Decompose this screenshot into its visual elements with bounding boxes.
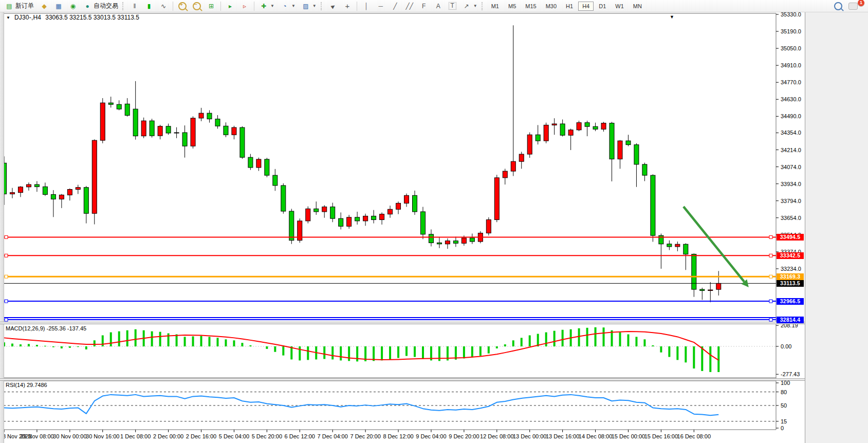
periods-button[interactable]: ◔▼ bbox=[278, 1, 299, 12]
candlestick bbox=[92, 140, 97, 213]
time-axis-label: 5 Dec 04:00 bbox=[219, 433, 249, 439]
hline-handle[interactable] bbox=[769, 318, 772, 321]
hline-handle[interactable] bbox=[769, 235, 772, 238]
search-button[interactable] bbox=[831, 1, 845, 12]
search-icon bbox=[834, 2, 842, 10]
navigator-icon: ◉ bbox=[69, 2, 77, 10]
candlestick bbox=[692, 254, 696, 289]
symbol-dropdown-icon[interactable]: ▼ bbox=[6, 15, 10, 20]
candlestick bbox=[626, 141, 631, 145]
timeframe-button-M30[interactable]: M30 bbox=[542, 2, 561, 11]
panel-borders bbox=[1, 13, 776, 430]
candlestick bbox=[207, 113, 212, 119]
candlestick bbox=[461, 238, 466, 243]
candlestick bbox=[182, 133, 187, 146]
candlestick bbox=[429, 234, 433, 243]
navigator-button[interactable]: ◉ bbox=[66, 1, 80, 12]
candlestick bbox=[601, 123, 606, 130]
price-axis-label: 33234.0 bbox=[781, 266, 801, 272]
timeframe-button-H4[interactable]: H4 bbox=[578, 2, 594, 11]
candlestick bbox=[273, 175, 278, 186]
equidistant-channel-button[interactable]: ╱╱ bbox=[402, 1, 417, 12]
candlestick bbox=[700, 289, 705, 290]
zoom-in-button[interactable]: + bbox=[175, 1, 190, 12]
notification-badge: 1 bbox=[858, 0, 864, 6]
candlestick bbox=[84, 188, 88, 214]
macd-panel: 208.190.00-277.43 bbox=[4, 322, 800, 377]
hline-handle[interactable] bbox=[5, 318, 8, 321]
timeframe-button-MN[interactable]: MN bbox=[629, 2, 646, 11]
toolbar-separator bbox=[220, 2, 221, 11]
panel-splitter-rsi[interactable] bbox=[0, 378, 805, 381]
rsi-axis-label: 0 bbox=[781, 425, 784, 431]
chart-profile-button[interactable]: ◆ bbox=[37, 1, 51, 12]
horizontal-lines-layer bbox=[4, 235, 776, 321]
arrows-icon: ↗ bbox=[463, 2, 471, 10]
periods-icon: ◔ bbox=[281, 2, 289, 10]
text-label-button[interactable]: T bbox=[446, 1, 459, 11]
toolbar-separator bbox=[357, 2, 357, 11]
chevron-down-icon: ▼ bbox=[270, 4, 274, 8]
candlestick bbox=[437, 243, 441, 244]
timeframe-button-D1[interactable]: D1 bbox=[595, 2, 610, 11]
tile-windows-button[interactable]: ⊞ bbox=[204, 1, 218, 12]
candlestick bbox=[445, 241, 450, 244]
candlestick-chart-button[interactable]: ▮ bbox=[142, 1, 156, 12]
auto-trading-button[interactable]: ● 自动交易 bbox=[80, 0, 121, 12]
candlestick bbox=[51, 194, 56, 199]
notifications-button[interactable]: 1 bbox=[845, 1, 861, 11]
crosshair-button[interactable]: + bbox=[340, 1, 355, 12]
text-button[interactable]: A bbox=[431, 1, 446, 12]
candlestick bbox=[511, 161, 515, 171]
templates-button[interactable]: ▨▼ bbox=[299, 1, 320, 12]
time-axis: 28 Nov 202229 Nov 08:0030 Nov 00:0030 No… bbox=[0, 430, 711, 439]
hline-handle[interactable] bbox=[5, 254, 8, 257]
horizontal-line-button[interactable]: ─ bbox=[374, 1, 388, 12]
candlestick bbox=[76, 188, 80, 190]
rsi-axis-label: 15 bbox=[781, 418, 787, 424]
horizontal-line-icon: ─ bbox=[377, 2, 385, 10]
timeframe-button-M15[interactable]: M15 bbox=[521, 2, 540, 11]
hline-price-label: 32814.4 bbox=[777, 317, 804, 323]
time-axis-label: 29 Nov 08:00 bbox=[20, 433, 53, 439]
price-axis-label: 34630.0 bbox=[781, 96, 801, 102]
zoom-out-button[interactable]: − bbox=[190, 1, 204, 12]
timeframe-button-M5[interactable]: M5 bbox=[504, 2, 520, 11]
panel-splitter-macd[interactable] bbox=[0, 322, 805, 324]
arrows-button[interactable]: ↗▼ bbox=[459, 1, 481, 12]
time-axis-label: 15 Dec 00:00 bbox=[612, 433, 645, 439]
auto-scroll-button[interactable]: ▸ bbox=[223, 1, 237, 12]
candlestick bbox=[125, 104, 130, 115]
templates-icon: ▨ bbox=[302, 2, 310, 10]
timeframe-button-M1[interactable]: M1 bbox=[487, 2, 503, 11]
hline-handle[interactable] bbox=[5, 275, 8, 278]
market-watch-icon: ▦ bbox=[54, 2, 63, 10]
bar-chart-icon: ‖ bbox=[131, 2, 139, 10]
hline-handle[interactable] bbox=[769, 254, 772, 257]
cursor-button[interactable]: ► bbox=[326, 1, 340, 12]
vertical-line-button[interactable]: │ bbox=[359, 1, 374, 12]
timeframe-button-H1[interactable]: H1 bbox=[562, 2, 577, 11]
chart-menu-dropdown-icon[interactable]: ▼ bbox=[670, 14, 674, 20]
candlestick bbox=[281, 186, 286, 211]
candlestick bbox=[470, 238, 474, 242]
new-order-icon: ▤ bbox=[5, 2, 13, 10]
candlestick bbox=[577, 123, 581, 130]
hline-handle[interactable] bbox=[5, 300, 8, 303]
price-axis-label: 35190.0 bbox=[781, 28, 801, 34]
market-watch-button[interactable]: ▦ bbox=[51, 1, 66, 12]
rsi-axis-label: 80 bbox=[781, 389, 787, 395]
hline-handle[interactable] bbox=[769, 275, 772, 278]
hline-handle[interactable] bbox=[769, 300, 772, 303]
trendline-button[interactable]: ╱ bbox=[388, 1, 402, 12]
line-chart-button[interactable]: ∿ bbox=[156, 1, 171, 12]
bar-chart-button[interactable]: ‖ bbox=[127, 1, 142, 12]
candlestick bbox=[667, 244, 672, 247]
new-order-button[interactable]: ▤ 新订单 bbox=[2, 0, 37, 12]
hline-handle[interactable] bbox=[5, 235, 8, 238]
fibonacci-button[interactable]: F bbox=[417, 1, 431, 12]
timeframe-button-W1[interactable]: W1 bbox=[611, 2, 628, 11]
chart-shift-button[interactable]: ▹ bbox=[237, 1, 252, 12]
candlestick bbox=[651, 175, 655, 235]
indicators-button[interactable]: ✚▼ bbox=[256, 1, 278, 12]
